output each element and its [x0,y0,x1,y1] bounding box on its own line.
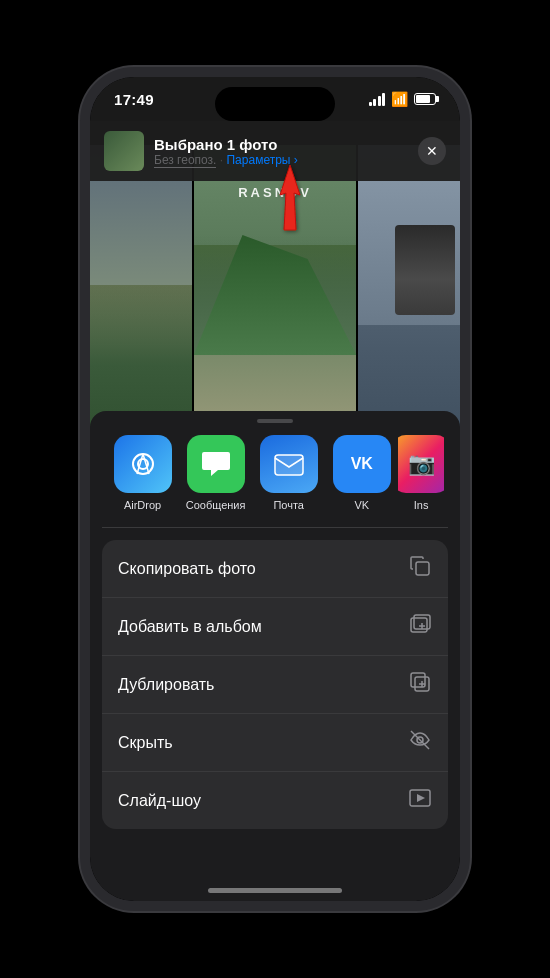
airdrop-icon [114,435,172,493]
signal-icon [369,93,386,106]
no-geo-label: Без геопоз. [154,153,216,168]
mail-icon [260,435,318,493]
messages-icon [187,435,245,493]
duplicate-icon [408,670,432,699]
share-app-instagram[interactable]: 📷 Ins [398,435,444,511]
action-list: Скопировать фото Добавить в альбом [102,540,448,829]
wifi-icon: 📶 [391,91,408,107]
action-hide[interactable]: Скрыть [102,714,448,772]
mail-label: Почта [273,499,304,511]
svg-point-1 [133,454,153,474]
add-album-icon [408,612,432,641]
close-button[interactable]: ✕ [418,137,446,165]
status-time: 17:49 [114,91,154,108]
share-app-vk[interactable]: VK VK [325,435,398,511]
svg-rect-11 [411,673,425,687]
slideshow-label: Слайд-шоу [118,792,201,810]
airdrop-label: AirDrop [124,499,161,511]
copy-photo-icon [408,554,432,583]
header-text-block: Выбрано 1 фото Без геопоз. · Параметры › [154,136,408,167]
share-app-airdrop[interactable]: AirDrop [106,435,179,511]
app-share-row: AirDrop Сообщения [90,435,460,527]
action-duplicate[interactable]: Дублировать [102,656,448,714]
hide-label: Скрыть [118,734,173,752]
action-copy-photo[interactable]: Скопировать фото [102,540,448,598]
params-link[interactable]: Параметры [226,153,290,167]
divider [102,527,448,528]
home-indicator [208,888,342,893]
action-slideshow[interactable]: Слайд-шоу [102,772,448,829]
selected-count-title: Выбрано 1 фото [154,136,408,153]
slideshow-icon [408,786,432,815]
instagram-label: Ins [414,499,429,511]
geo-status: Без геопоз. · Параметры › [154,153,408,167]
dynamic-island [215,87,335,121]
share-header: Выбрано 1 фото Без геопоз. · Параметры ›… [90,121,460,181]
share-app-messages[interactable]: Сообщения [179,435,252,511]
svg-rect-5 [275,455,303,475]
share-app-mail[interactable]: Почта [252,435,325,511]
action-add-album[interactable]: Добавить в альбом [102,598,448,656]
instagram-icon: 📷 [398,435,444,493]
add-album-label: Добавить в альбом [118,618,262,636]
battery-icon [414,93,436,105]
status-icons: 📶 [369,91,437,107]
copy-photo-label: Скопировать фото [118,560,256,578]
svg-rect-6 [416,562,429,575]
share-sheet: AirDrop Сообщения [90,411,460,901]
car-element [395,225,455,315]
sheet-handle [257,419,293,423]
hide-icon [408,728,432,757]
messages-label: Сообщения [186,499,246,511]
vk-label: VK [354,499,369,511]
svg-marker-17 [417,794,425,802]
vk-icon: VK [333,435,391,493]
duplicate-label: Дублировать [118,676,214,694]
rasnov-label: RASNOV [238,185,312,200]
photo-thumbnail [104,131,144,171]
